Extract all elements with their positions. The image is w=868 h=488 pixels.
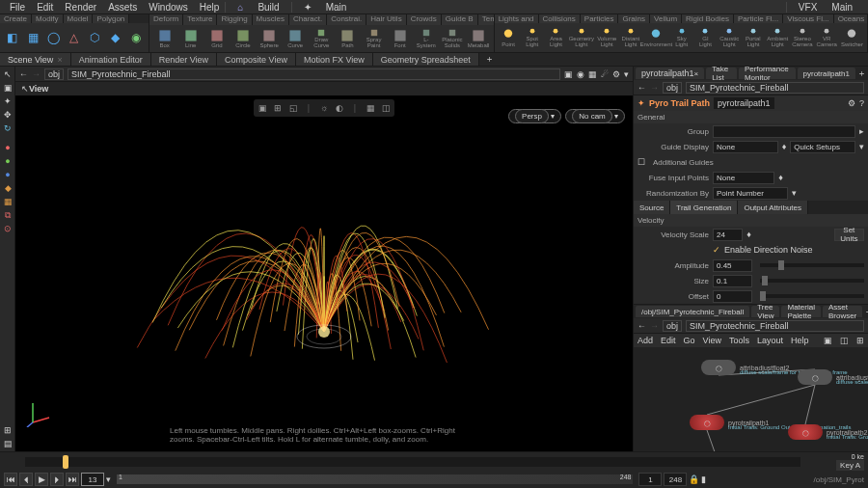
tab-takelist[interactable]: Take List — [706, 68, 737, 79]
enable-noise[interactable]: Enable Direction Noise — [724, 245, 813, 255]
ptab-output[interactable]: Output Attributes — [738, 201, 808, 214]
tool-font[interactable]: Font — [389, 29, 411, 48]
tool-distant-light[interactable]: Distant Light — [621, 28, 641, 47]
tool-rotate-icon[interactable]: ↻ — [2, 122, 14, 134]
tool-spot-light[interactable]: Spot Light — [522, 28, 542, 47]
field-randby[interactable]: Point Number — [713, 187, 788, 200]
slider-offset[interactable] — [760, 294, 864, 298]
net-asset[interactable]: SIM_Pyrotechnic_Fireball — [686, 320, 864, 332]
tool-caustic-light[interactable]: Caustic Light — [719, 28, 740, 47]
tool-cube-icon[interactable]: ◧ — [4, 28, 20, 47]
render-icon[interactable]: ☄ — [601, 69, 609, 79]
tool-point[interactable]: Point — [499, 28, 519, 47]
net-layout[interactable]: Layout — [757, 336, 783, 345]
tool-view-icon[interactable]: ↖ — [2, 68, 14, 80]
ptab-source[interactable]: Source — [634, 201, 670, 214]
lock-icon[interactable]: 🔒 — [689, 474, 699, 484]
field-offset[interactable]: 0 — [713, 290, 752, 303]
tool-red-icon[interactable]: ● — [2, 142, 14, 153]
field-fuse[interactable]: None — [713, 172, 774, 184]
viewport-3d[interactable]: ▣ ⊞ ◱ | ☼ ◐ | ▦ ◫ Persp ▾ No cam ▾ Left … — [15, 95, 633, 451]
play-last-icon[interactable]: ⏭ — [66, 473, 79, 486]
play-next-icon[interactable]: ⏵ — [50, 473, 64, 486]
vp-disp-icon[interactable]: ▦ — [364, 101, 377, 115]
tool-hex-icon[interactable]: ⬡ — [87, 28, 103, 47]
tool-ambient-light[interactable]: Ambient Light — [767, 28, 788, 47]
net-icon1[interactable]: ▣ — [824, 336, 832, 345]
tool-select-icon[interactable]: ▣ — [2, 82, 14, 94]
vp-grp-icon[interactable]: ◫ — [379, 101, 393, 115]
tool-circle[interactable]: Circle — [231, 29, 254, 48]
menu-render[interactable]: Render — [59, 2, 102, 13]
tool-sphere[interactable]: Sphere — [258, 29, 281, 48]
net-tools[interactable]: Tools — [729, 336, 749, 345]
field-vscale[interactable]: 24 — [713, 229, 743, 241]
tool-environment[interactable]: Environment — [644, 28, 667, 47]
check-icon[interactable]: ✓ — [713, 245, 720, 255]
tool-draw-curve[interactable]: Draw Curve — [311, 29, 333, 48]
tool-area-light[interactable]: Area Light — [546, 28, 566, 47]
gear-icon[interactable]: ⚙ — [612, 69, 620, 79]
back-icon[interactable]: ← — [19, 69, 28, 79]
vp-ghost-icon[interactable]: ◱ — [286, 101, 300, 115]
tool-switcher[interactable]: Switcher — [841, 28, 863, 47]
key-btn[interactable]: Key A — [836, 460, 864, 471]
tab-matpal[interactable]: Material Palette — [781, 306, 820, 317]
tool-spray-paint[interactable]: Spray Paint — [363, 29, 385, 48]
tab-geo-spread[interactable]: Geometry Spreadsheet — [373, 53, 479, 66]
tool-magnet-icon[interactable]: ⊙ — [2, 223, 14, 234]
tab-anim-editor[interactable]: Animation Editor — [71, 53, 151, 66]
tool-green-icon[interactable]: ● — [2, 155, 14, 167]
fwd-icon[interactable]: → — [650, 83, 659, 93]
tool-orb-icon[interactable]: ◯ — [45, 28, 62, 47]
range-start[interactable]: 1 — [638, 473, 662, 486]
node-pyrotrailpath2[interactable]: ◯pyrotrailpath2Initial Trails: Ground Ou… — [788, 424, 823, 440]
dd-icon[interactable]: ▾ — [859, 142, 864, 151]
play-play-icon[interactable]: ▶ — [35, 473, 48, 486]
tool-curve[interactable]: Curve — [285, 29, 307, 48]
snapshot-icon[interactable]: ◉ — [577, 69, 584, 79]
shelf-tabs-b[interactable]: DeformTextureRiggingMusclesCharact.Const… — [149, 14, 494, 25]
current-frame[interactable]: 13 — [81, 473, 104, 486]
tool-vr-camera[interactable]: VR Camera — [817, 28, 837, 47]
param-root[interactable]: obj — [663, 82, 682, 94]
badge-nocam[interactable]: No cam ▾ — [565, 109, 625, 123]
field-guide-display[interactable]: None — [713, 141, 778, 153]
vp-wire-icon[interactable]: ⊞ — [271, 101, 285, 115]
tab-pyrotrailpath[interactable]: pyrotrailpath1 × — [636, 68, 704, 79]
dd-icon[interactable]: ♦ — [782, 142, 787, 151]
dd-icon[interactable]: ♦ — [778, 173, 783, 182]
tool-attach-icon[interactable]: ⧉ — [2, 209, 14, 221]
tool-grid-icon[interactable]: ▦ — [24, 28, 41, 47]
path-asset[interactable]: SIM_Pyrotechnic_Fireball — [68, 68, 560, 80]
tool-blue-icon[interactable]: ● — [2, 169, 14, 180]
field-amp[interactable]: 0.45 — [713, 259, 752, 272]
menu-windows[interactable]: Windows — [143, 2, 194, 13]
desktop-build-label[interactable]: Build — [252, 2, 285, 13]
tool-gi-light[interactable]: GI Light — [695, 28, 716, 47]
range-slider[interactable]: 1 248 — [117, 474, 633, 484]
tool-pan-icon[interactable]: ✦ — [2, 95, 14, 107]
field-quick-setups[interactable]: Quick Setups — [790, 141, 855, 153]
play-first-icon[interactable]: ⏮ — [4, 473, 17, 486]
tab-add-icon-r[interactable]: ＋ — [857, 68, 866, 80]
flipbook-icon[interactable]: ▦ — [588, 69, 597, 79]
tab-add-icon[interactable]: ＋ — [479, 53, 500, 66]
dd-icon[interactable]: ▾ — [792, 188, 797, 198]
range-end[interactable]: 248 — [664, 473, 687, 486]
slider-amp[interactable] — [760, 263, 864, 267]
help-icon[interactable]: ? — [859, 98, 864, 108]
tool-stereo-camera[interactable]: Stereo Camera — [792, 28, 812, 47]
tab-scene-view[interactable]: Scene View× — [0, 53, 71, 66]
tool-move-icon[interactable]: ✥ — [2, 109, 14, 121]
slider-size[interactable] — [760, 279, 864, 283]
root-icon[interactable]: obj — [44, 68, 64, 80]
tool-misc1-icon[interactable]: ⊞ — [2, 424, 14, 436]
tool-portal-light[interactable]: Portal Light — [744, 28, 764, 47]
tool-misc2-icon[interactable]: ▤ — [2, 438, 14, 449]
tool-grid[interactable]: Grid — [205, 29, 228, 48]
tab-ptp2[interactable]: pyrotrailpath1 — [798, 68, 855, 79]
node-attribadjustfloat2[interactable]: ◯attribadjustfloat2diffuse scale/frame f… — [701, 360, 736, 375]
net-go[interactable]: Go — [684, 336, 695, 345]
tool-tri-icon[interactable]: △ — [66, 28, 82, 47]
